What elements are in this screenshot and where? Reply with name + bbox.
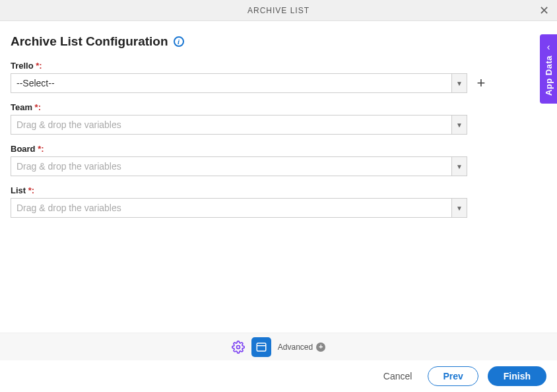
trello-input[interactable] (11, 73, 451, 93)
label-text: Trello (11, 61, 34, 71)
board-input[interactable] (11, 156, 451, 176)
field-trello: Trello *: ▼ + (11, 61, 546, 93)
form-view-button[interactable] (251, 337, 271, 357)
trello-select[interactable]: ▼ (11, 73, 467, 93)
add-trello-button[interactable]: + (474, 76, 488, 90)
page-title-row: Archive List Configuration i (11, 34, 546, 49)
page-title: Archive List Configuration (11, 34, 168, 49)
board-row: ▼ (11, 156, 546, 176)
advanced-label: Advanced (278, 343, 313, 352)
required-marker: *: (32, 102, 41, 112)
modal-footer: Cancel Prev Finish (0, 360, 557, 392)
list-select[interactable]: ▼ (11, 198, 467, 218)
team-label: Team *: (11, 102, 546, 112)
label-text: Team (11, 102, 32, 112)
trello-row: ▼ + (11, 73, 546, 93)
label-text: List (11, 185, 26, 195)
required-marker: *: (34, 61, 42, 71)
prev-button[interactable]: Prev (428, 366, 478, 386)
app-data-tab[interactable]: ‹ App Data (540, 34, 557, 104)
chevron-down-icon[interactable]: ▼ (451, 115, 467, 135)
field-board: Board *: ▼ (11, 144, 546, 176)
chevron-down-icon[interactable]: ▼ (451, 156, 467, 176)
list-label: List *: (11, 185, 546, 195)
close-icon[interactable]: ✕ (539, 5, 549, 16)
modal-title: ARCHIVE LIST (247, 6, 310, 15)
list-row: ▼ (11, 198, 546, 218)
svg-rect-1 (257, 343, 266, 351)
gear-icon[interactable] (232, 341, 245, 354)
modal-content: Archive List Configuration i Trello *: ▼… (0, 21, 557, 218)
label-text: Board (11, 144, 36, 154)
required-marker: *: (36, 144, 44, 154)
cancel-button[interactable]: Cancel (377, 367, 419, 385)
field-team: Team *: ▼ (11, 102, 546, 135)
list-input[interactable] (11, 198, 451, 218)
app-data-label: App Data (544, 55, 554, 96)
board-select[interactable]: ▼ (11, 156, 467, 176)
chevron-left-icon: ‹ (547, 42, 550, 51)
chevron-down-icon[interactable]: ▼ (451, 73, 467, 93)
info-icon[interactable]: i (174, 36, 184, 47)
chevron-down-icon[interactable]: ▼ (451, 198, 467, 218)
team-input[interactable] (11, 115, 451, 135)
bottom-toolbar: Advanced + (0, 333, 557, 360)
svg-point-0 (236, 345, 240, 348)
modal-header: ARCHIVE LIST ✕ (0, 0, 557, 21)
advanced-toggle[interactable]: Advanced + (278, 343, 325, 352)
form-icon (255, 341, 267, 353)
trello-label: Trello *: (11, 61, 546, 71)
finish-button[interactable]: Finish (488, 366, 546, 386)
board-label: Board *: (11, 144, 546, 154)
plus-circle-icon: + (316, 343, 325, 352)
field-list: List *: ▼ (11, 185, 546, 218)
team-select[interactable]: ▼ (11, 115, 467, 135)
team-row: ▼ (11, 115, 546, 135)
required-marker: *: (26, 185, 34, 195)
